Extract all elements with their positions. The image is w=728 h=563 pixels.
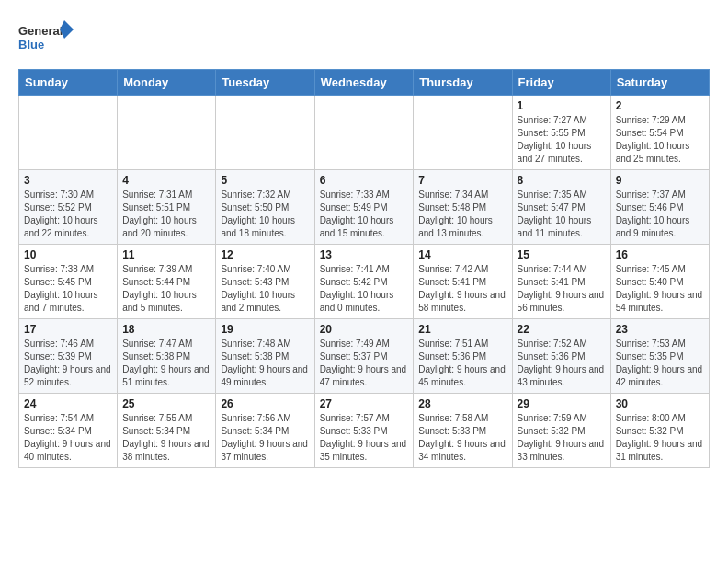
calendar-cell — [414, 96, 512, 170]
day-info: Sunrise: 7:53 AM Sunset: 5:35 PM Dayligh… — [616, 338, 704, 389]
day-of-week-header: Monday — [118, 70, 216, 96]
day-number: 10 — [24, 248, 112, 261]
calendar-cell: 19Sunrise: 7:48 AM Sunset: 5:38 PM Dayli… — [216, 319, 314, 394]
page-header: General Blue — [18, 18, 710, 60]
day-number: 22 — [518, 323, 606, 336]
day-info: Sunrise: 7:49 AM Sunset: 5:37 PM Dayligh… — [320, 338, 409, 389]
calendar-cell: 2Sunrise: 7:29 AM Sunset: 5:54 PM Daylig… — [610, 96, 709, 170]
day-number: 11 — [122, 248, 210, 261]
calendar-cell: 18Sunrise: 7:47 AM Sunset: 5:38 PM Dayli… — [118, 319, 216, 394]
day-info: Sunrise: 7:41 AM Sunset: 5:42 PM Dayligh… — [320, 263, 409, 315]
day-number: 12 — [221, 248, 309, 261]
day-info: Sunrise: 7:59 AM Sunset: 5:32 PM Dayligh… — [518, 412, 606, 464]
calendar-cell: 25Sunrise: 7:55 AM Sunset: 5:34 PM Dayli… — [118, 394, 216, 468]
day-number: 8 — [518, 174, 606, 187]
calendar-cell: 29Sunrise: 7:59 AM Sunset: 5:32 PM Dayli… — [512, 394, 610, 468]
calendar-cell: 14Sunrise: 7:42 AM Sunset: 5:41 PM Dayli… — [414, 245, 512, 319]
day-number: 16 — [616, 248, 704, 261]
calendar-cell: 24Sunrise: 7:54 AM Sunset: 5:34 PM Dayli… — [19, 394, 118, 468]
day-info: Sunrise: 7:48 AM Sunset: 5:38 PM Dayligh… — [221, 338, 309, 389]
calendar-cell: 1Sunrise: 7:27 AM Sunset: 5:55 PM Daylig… — [512, 96, 610, 170]
calendar-cell: 17Sunrise: 7:46 AM Sunset: 5:39 PM Dayli… — [19, 319, 118, 394]
calendar-cell: 9Sunrise: 7:37 AM Sunset: 5:46 PM Daylig… — [610, 170, 709, 245]
calendar-cell: 20Sunrise: 7:49 AM Sunset: 5:37 PM Dayli… — [314, 319, 414, 394]
calendar-cell: 27Sunrise: 7:57 AM Sunset: 5:33 PM Dayli… — [314, 394, 414, 468]
day-number: 18 — [122, 323, 210, 336]
day-of-week-header: Friday — [512, 70, 610, 96]
day-info: Sunrise: 7:31 AM Sunset: 5:51 PM Dayligh… — [122, 189, 210, 240]
day-of-week-header: Thursday — [414, 70, 512, 96]
day-number: 30 — [616, 397, 704, 410]
calendar-cell: 10Sunrise: 7:38 AM Sunset: 5:45 PM Dayli… — [19, 245, 118, 319]
day-info: Sunrise: 7:35 AM Sunset: 5:47 PM Dayligh… — [518, 189, 606, 240]
day-info: Sunrise: 7:58 AM Sunset: 5:33 PM Dayligh… — [418, 412, 506, 464]
day-of-week-header: Saturday — [610, 70, 709, 96]
calendar-cell: 15Sunrise: 7:44 AM Sunset: 5:41 PM Dayli… — [512, 245, 610, 319]
calendar-week-row: 24Sunrise: 7:54 AM Sunset: 5:34 PM Dayli… — [19, 394, 710, 468]
day-info: Sunrise: 7:44 AM Sunset: 5:41 PM Dayligh… — [518, 263, 606, 315]
logo-svg: General Blue — [18, 18, 74, 60]
day-number: 4 — [122, 174, 210, 187]
day-info: Sunrise: 7:32 AM Sunset: 5:50 PM Dayligh… — [221, 189, 309, 240]
day-number: 3 — [24, 174, 112, 187]
calendar-cell — [216, 96, 314, 170]
day-info: Sunrise: 7:46 AM Sunset: 5:39 PM Dayligh… — [24, 338, 112, 389]
calendar-cell: 23Sunrise: 7:53 AM Sunset: 5:35 PM Dayli… — [610, 319, 709, 394]
day-number: 17 — [24, 323, 112, 336]
day-number: 2 — [616, 99, 704, 112]
day-number: 21 — [418, 323, 506, 336]
day-number: 14 — [418, 248, 506, 261]
day-number: 29 — [518, 397, 606, 410]
day-info: Sunrise: 7:54 AM Sunset: 5:34 PM Dayligh… — [24, 412, 112, 464]
day-number: 27 — [320, 397, 409, 410]
calendar-table: SundayMondayTuesdayWednesdayThursdayFrid… — [18, 69, 710, 468]
day-number: 28 — [418, 397, 506, 410]
day-info: Sunrise: 7:42 AM Sunset: 5:41 PM Dayligh… — [418, 263, 506, 315]
day-number: 25 — [122, 397, 210, 410]
day-number: 13 — [320, 248, 409, 261]
calendar-week-row: 17Sunrise: 7:46 AM Sunset: 5:39 PM Dayli… — [19, 319, 710, 394]
day-info: Sunrise: 7:52 AM Sunset: 5:36 PM Dayligh… — [518, 338, 606, 389]
day-number: 6 — [320, 174, 409, 187]
calendar-cell: 26Sunrise: 7:56 AM Sunset: 5:34 PM Dayli… — [216, 394, 314, 468]
calendar-week-row: 10Sunrise: 7:38 AM Sunset: 5:45 PM Dayli… — [19, 245, 710, 319]
day-info: Sunrise: 7:30 AM Sunset: 5:52 PM Dayligh… — [24, 189, 112, 240]
svg-text:General: General — [18, 24, 63, 38]
day-number: 5 — [221, 174, 309, 187]
calendar-cell: 13Sunrise: 7:41 AM Sunset: 5:42 PM Dayli… — [314, 245, 414, 319]
calendar-cell: 11Sunrise: 7:39 AM Sunset: 5:44 PM Dayli… — [118, 245, 216, 319]
day-info: Sunrise: 7:29 AM Sunset: 5:54 PM Dayligh… — [616, 114, 704, 166]
calendar-cell: 21Sunrise: 7:51 AM Sunset: 5:36 PM Dayli… — [414, 319, 512, 394]
calendar-cell: 22Sunrise: 7:52 AM Sunset: 5:36 PM Dayli… — [512, 319, 610, 394]
calendar-cell: 4Sunrise: 7:31 AM Sunset: 5:51 PM Daylig… — [118, 170, 216, 245]
calendar-cell: 8Sunrise: 7:35 AM Sunset: 5:47 PM Daylig… — [512, 170, 610, 245]
calendar-cell: 7Sunrise: 7:34 AM Sunset: 5:48 PM Daylig… — [414, 170, 512, 245]
calendar-cell: 5Sunrise: 7:32 AM Sunset: 5:50 PM Daylig… — [216, 170, 314, 245]
day-number: 15 — [518, 248, 606, 261]
day-info: Sunrise: 7:57 AM Sunset: 5:33 PM Dayligh… — [320, 412, 409, 464]
day-info: Sunrise: 7:45 AM Sunset: 5:40 PM Dayligh… — [616, 263, 704, 315]
day-number: 9 — [616, 174, 704, 187]
day-info: Sunrise: 7:40 AM Sunset: 5:43 PM Dayligh… — [221, 263, 309, 315]
calendar-cell — [19, 96, 118, 170]
day-info: Sunrise: 7:51 AM Sunset: 5:36 PM Dayligh… — [418, 338, 506, 389]
calendar-cell: 16Sunrise: 7:45 AM Sunset: 5:40 PM Dayli… — [610, 245, 709, 319]
day-info: Sunrise: 7:27 AM Sunset: 5:55 PM Dayligh… — [518, 114, 606, 166]
day-info: Sunrise: 7:39 AM Sunset: 5:44 PM Dayligh… — [122, 263, 210, 315]
day-info: Sunrise: 7:33 AM Sunset: 5:49 PM Dayligh… — [320, 189, 409, 240]
calendar-cell: 3Sunrise: 7:30 AM Sunset: 5:52 PM Daylig… — [19, 170, 118, 245]
day-number: 1 — [518, 99, 606, 112]
calendar-week-row: 3Sunrise: 7:30 AM Sunset: 5:52 PM Daylig… — [19, 170, 710, 245]
svg-text:Blue: Blue — [18, 38, 44, 52]
calendar-cell: 6Sunrise: 7:33 AM Sunset: 5:49 PM Daylig… — [314, 170, 414, 245]
day-of-week-header: Sunday — [19, 70, 118, 96]
logo: General Blue — [18, 18, 74, 60]
day-info: Sunrise: 8:00 AM Sunset: 5:32 PM Dayligh… — [616, 412, 704, 464]
day-info: Sunrise: 7:56 AM Sunset: 5:34 PM Dayligh… — [221, 412, 309, 464]
day-of-week-header: Wednesday — [314, 70, 414, 96]
day-info: Sunrise: 7:47 AM Sunset: 5:38 PM Dayligh… — [122, 338, 210, 389]
calendar-cell — [118, 96, 216, 170]
day-number: 23 — [616, 323, 704, 336]
day-number: 26 — [221, 397, 309, 410]
day-info: Sunrise: 7:38 AM Sunset: 5:45 PM Dayligh… — [24, 263, 112, 315]
